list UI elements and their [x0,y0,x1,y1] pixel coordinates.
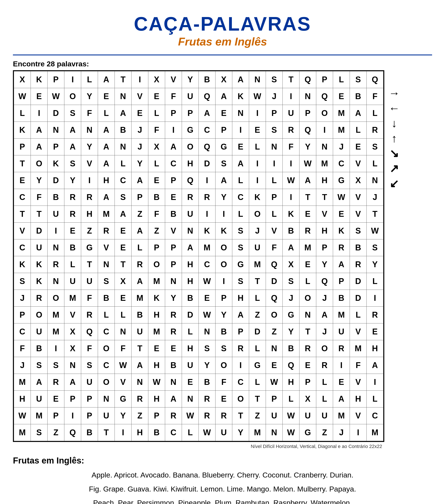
grid-cell: A [199,105,216,122]
grid-cell: V [350,189,367,206]
grid-cell: P [48,71,64,88]
grid-cell: M [98,206,115,223]
grid-cell: D [266,273,283,290]
grid-cell: C [14,239,31,256]
grid-cell: T [81,256,98,273]
grid-cell: N [249,71,266,88]
grid-cell: L [316,374,333,391]
grid-cell: T [299,324,316,340]
grid-cell: H [182,340,199,357]
page-subtitle: Frutas em Inglês [178,35,267,48]
grid-cell: S [48,357,64,374]
grid-cell: R [216,408,232,424]
grid-cell: Z [132,408,148,424]
grid-cell: G [182,122,199,139]
grid-cell: G [299,424,316,441]
grid-cell: S [115,189,132,206]
grid-cell: B [64,239,81,256]
grid-cell: B [31,340,48,357]
grid-cell: L [64,256,81,273]
grid-cell: A [283,239,299,256]
grid-cell: A [31,122,48,139]
grid-cell: F [81,105,98,122]
grid-cell: I [350,424,367,441]
grid-cell: P [14,307,31,324]
grid-cell: Y [216,307,232,324]
grid-cell: B [165,206,182,223]
grid-cell: L [132,239,148,256]
grid-cell: S [232,239,249,256]
grid-cell: D [48,105,64,122]
grid-cell: O [98,340,115,357]
word-list: Apple. Apricot. Avocado. Banana. Blueber… [13,468,432,504]
grid-cell: C [165,155,182,172]
grid-cell: J [333,424,350,441]
grid-cell: N [48,273,64,290]
grid-cell: U [182,357,199,374]
grid-cell: Z [266,324,283,340]
grid-cell: N [299,307,316,324]
grid-cell: Q [199,88,216,105]
grid-cell: X [350,172,367,189]
grid-cell: U [182,206,199,223]
grid-cell: L [249,139,266,155]
grid-cell: J [316,324,333,340]
grid-cell: U [98,408,115,424]
grid-cell: Q [266,290,283,307]
grid-cell: L [148,105,165,122]
grid-cell: E [115,239,132,256]
grid-cell: L [115,155,132,172]
grid-cell: X [14,71,31,88]
grid-cell: M [249,424,266,441]
grid-cell: L [249,340,266,357]
grid-cell: V [350,155,367,172]
grid-cell: C [14,189,31,206]
arrow-icon: → [389,88,400,99]
grid-cell: N [182,223,199,239]
grid-cell: F [148,122,165,139]
grid-cell: N [165,374,182,391]
grid-cell: R [367,122,383,139]
grid-cell: X [283,256,299,273]
grid-cell: E [216,105,232,122]
grid-cell: N [115,139,132,155]
grid-cell: T [31,206,48,223]
grid-cell: K [333,223,350,239]
grid-cell: S [14,273,31,290]
grid-cell: J [249,223,266,239]
grid-cell: I [316,122,333,139]
grid-cell: S [216,155,232,172]
grid-cell: U [299,408,316,424]
grid-cell: M [148,273,165,290]
grid-cell: K [232,88,249,105]
grid-cell: O [216,239,232,256]
grid-cell: N [115,88,132,105]
grid-cell: Y [216,189,232,206]
grid-cell: W [115,357,132,374]
grid-cell: Q [316,88,333,105]
instructions: Encontre 28 palavras: [13,60,89,68]
grid-cell: P [48,139,64,155]
grid-cell: J [132,122,148,139]
grid-cell: J [14,290,31,307]
grid-cell: U [316,408,333,424]
grid-cell: O [48,290,64,307]
grid-cell: Q [182,172,199,189]
grid-cell: P [266,105,283,122]
grid-container: XKPILATIXVYBXANSTQPLSQWEWOYENVEFUQAKWJIN… [13,70,384,442]
grid-cell: R [333,239,350,256]
grid-cell: Z [249,408,266,424]
grid-cell: I [199,172,216,189]
grid-cell: R [232,340,249,357]
grid-cell: V [316,206,333,223]
grid-cell: U [266,408,283,424]
grid-cell: Q [316,273,333,290]
grid-cell: I [266,155,283,172]
grid-cell: A [216,88,232,105]
grid-cell: W [283,408,299,424]
grid-cell: U [64,273,81,290]
grid-cell: V [266,223,283,239]
grid-cell: O [182,139,199,155]
grid-cell: O [316,105,333,122]
grid-cell: O [299,290,316,307]
